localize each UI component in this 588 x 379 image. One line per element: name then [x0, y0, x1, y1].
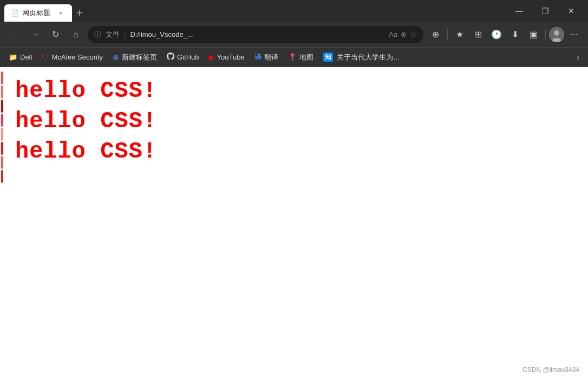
- home-button[interactable]: ⌂: [67, 26, 84, 43]
- bookmarks-more-button[interactable]: ›: [572, 50, 584, 64]
- bookmark-github[interactable]: GitHub: [162, 50, 203, 64]
- titlebar: 📄 网页标题 × + — ❐ ✕: [0, 0, 588, 22]
- translate-icon: 译: [254, 53, 262, 62]
- zhihu-label: 关于当代大学生为…: [337, 53, 400, 62]
- hello-line-2: hello CSS!: [15, 108, 577, 134]
- maps-label: 地图: [299, 53, 313, 62]
- file-label: 文件: [106, 30, 120, 40]
- translate-label: 翻译: [264, 53, 278, 62]
- tab-close-button[interactable]: ×: [56, 8, 66, 18]
- border-seg-2: [1, 86, 3, 99]
- github-icon: [167, 53, 174, 62]
- border-seg-8: [1, 170, 3, 183]
- bookmark-zhihu[interactable]: 知 关于当代大学生为…: [319, 50, 404, 64]
- collections-icon[interactable]: ⊞: [469, 26, 487, 43]
- border-seg-7: [1, 156, 3, 169]
- bookmark-youtube[interactable]: ▶ YouTube: [205, 51, 249, 63]
- forward-button[interactable]: →: [26, 26, 43, 43]
- hello-line-1: hello CSS!: [15, 78, 577, 104]
- minimize-button[interactable]: —: [507, 2, 532, 19]
- watermark: CSDN @limou3434: [522, 366, 579, 374]
- avatar-image: [549, 27, 564, 42]
- zoom-icon[interactable]: ⊕: [401, 30, 407, 38]
- border-seg-5: [1, 128, 3, 141]
- address-separator: |: [124, 30, 126, 38]
- border-seg-1: [1, 71, 3, 84]
- window-controls: — ❐ ✕: [507, 2, 584, 19]
- sidebar-icon[interactable]: ▣: [525, 26, 542, 43]
- bookmark-mcafee[interactable]: 🛡 McAfee Security: [37, 51, 107, 63]
- tabs-container: 📄 网页标题 × +: [4, 0, 505, 22]
- dell-label: Dell: [20, 53, 32, 61]
- bookmark-maps[interactable]: 📍 地图: [284, 50, 318, 64]
- dell-icon: 📁: [9, 53, 17, 61]
- border-seg-3: [1, 100, 3, 113]
- content-text-area: hello CSS! hello CSS! hello CSS!: [0, 67, 588, 175]
- downloads-icon[interactable]: ⬇: [506, 26, 524, 43]
- border-seg-6: [1, 142, 3, 155]
- github-label: GitHub: [177, 53, 199, 61]
- left-border-decoration: [0, 67, 4, 379]
- back-button[interactable]: ←: [5, 26, 23, 43]
- more-menu-button[interactable]: ⋯: [565, 26, 583, 43]
- address-input-box[interactable]: ⓘ 文件 | D:/limou_Vscode_... Aa ⊕ ☆: [88, 26, 423, 43]
- zhihu-icon: 知: [323, 53, 333, 62]
- bookmark-dell[interactable]: 📁 Dell: [4, 51, 36, 63]
- divider1: [447, 29, 448, 40]
- close-button[interactable]: ✕: [559, 2, 584, 19]
- border-seg-4: [1, 114, 3, 127]
- address-right-icons: Aa ⊕ ☆: [389, 30, 417, 40]
- newtab-label: 新建标签页: [122, 53, 157, 62]
- hello-line-3: hello CSS!: [15, 139, 577, 165]
- extensions-icon[interactable]: ⊕: [427, 26, 444, 43]
- active-tab[interactable]: 📄 网页标题 ×: [4, 4, 72, 22]
- favorites-star-icon[interactable]: ☆: [410, 30, 417, 40]
- address-text: D:/limou_Vscode_...: [130, 30, 384, 38]
- favorites-icon[interactable]: ★: [451, 26, 468, 43]
- tab-page-icon: 📄: [11, 9, 19, 17]
- addressbar: ← → ↻ ⌂ ⓘ 文件 | D:/limou_Vscode_... Aa ⊕ …: [0, 22, 588, 48]
- svg-point-1: [554, 30, 559, 36]
- restore-button[interactable]: ❐: [533, 2, 558, 19]
- maps-icon: 📍: [288, 53, 297, 61]
- profile-avatar[interactable]: [549, 27, 564, 42]
- reader-mode-icon[interactable]: Aa: [389, 30, 397, 38]
- newtab-icon: ⊕: [113, 53, 119, 62]
- tab-label: 网页标题: [22, 8, 50, 18]
- security-icon: ⓘ: [94, 30, 101, 40]
- mcafee-icon: 🛡: [42, 53, 49, 61]
- youtube-label: YouTube: [217, 53, 245, 61]
- refresh-button[interactable]: ↻: [47, 26, 64, 43]
- divider2: [545, 29, 546, 40]
- bookmark-translate[interactable]: 译 翻译: [250, 50, 283, 64]
- page-content: hello CSS! hello CSS! hello CSS! CSDN @l…: [0, 67, 588, 379]
- history-icon[interactable]: 🕐: [488, 26, 505, 43]
- bookmarks-bar: 📁 Dell 🛡 McAfee Security ⊕ 新建标签页 GitHub …: [0, 48, 588, 67]
- youtube-icon: ▶: [209, 53, 214, 61]
- browser-window: 📄 网页标题 × + — ❐ ✕ ← → ↻ ⌂ ⓘ 文件 | D:/limou…: [0, 0, 588, 379]
- new-tab-button[interactable]: +: [72, 4, 87, 22]
- toolbar-icons: ⊕ ★ ⊞ 🕐 ⬇ ▣ ⋯: [427, 26, 583, 43]
- mcafee-label: McAfee Security: [51, 53, 103, 61]
- bookmark-newtab[interactable]: ⊕ 新建标签页: [108, 50, 161, 64]
